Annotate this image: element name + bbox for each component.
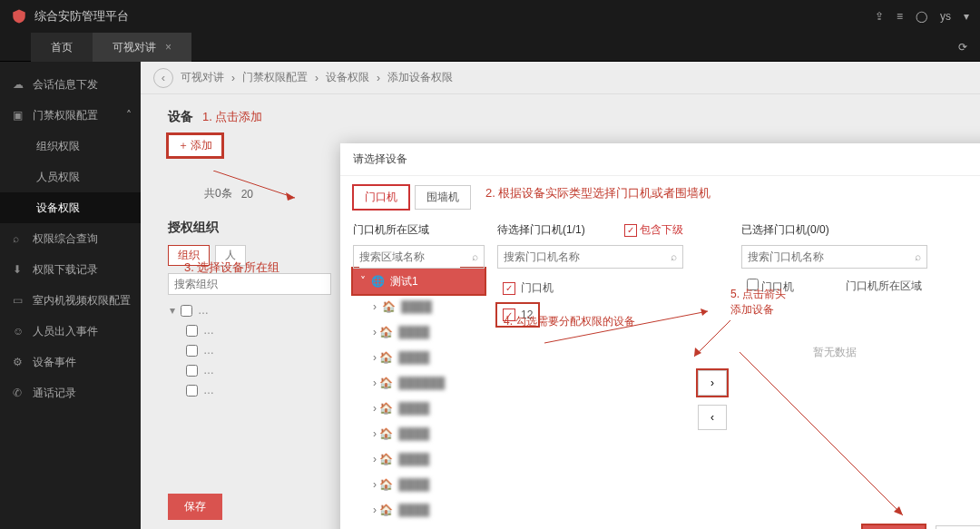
pending-item-checkbox[interactable]: ✓	[503, 309, 515, 321]
tab-visual-intercom[interactable]: 可视对讲 ×	[93, 33, 191, 62]
search-icon[interactable]: ⌕	[671, 250, 677, 263]
annotation-2: 2. 根据设备实际类型选择门口机或者围墙机	[485, 185, 710, 210]
region-child[interactable]: › 🏠 ████	[353, 345, 485, 370]
user-name[interactable]: ys	[940, 10, 951, 23]
region-child[interactable]: › 🏠 ████	[353, 446, 485, 472]
sidebar-item-perm-query[interactable]: ⌕权限综合查询	[0, 223, 141, 254]
chevron-up-icon: ˄	[126, 109, 132, 122]
sidebar-item-person-perm[interactable]: 人员权限	[0, 162, 141, 192]
region-panel-title: 门口机所在区域	[353, 222, 485, 238]
pending-panel: 待选择门口机(1/1) ✓ 包含下级 ⌕ ✓门口机 ✓ 12	[497, 222, 683, 523]
dialog-title: 请选择设备	[353, 152, 407, 167]
export-icon[interactable]: ⇪	[875, 10, 884, 23]
dialog-save-button[interactable]: 保存	[863, 525, 925, 529]
pending-title: 待选择门口机(1/1)	[497, 222, 585, 238]
selected-all-checkbox[interactable]	[747, 279, 759, 290]
device-tab-wall[interactable]: 围墙机	[415, 185, 471, 210]
selected-col2: 门口机所在区域	[846, 279, 922, 295]
sidebar-item-person-event[interactable]: ☺人员出入事件	[0, 316, 141, 347]
video-icon: ▭	[13, 294, 25, 307]
sidebar-item-access-config[interactable]: ▣门禁权限配置˄	[0, 100, 141, 131]
config-icon: ▣	[13, 109, 25, 122]
user-icon[interactable]: ◯	[916, 10, 927, 23]
dialog-cancel-button[interactable]: 取消	[936, 525, 980, 529]
tab-close-icon[interactable]: ×	[165, 33, 172, 62]
menu-icon[interactable]: ≡	[897, 10, 903, 23]
top-right: ⇪ ≡ ◯ ys ▾	[875, 10, 969, 23]
sidebar-item-session[interactable]: ☁会话信息下发	[0, 69, 141, 100]
refresh-icon[interactable]: ⟳	[958, 41, 967, 54]
transfer-remove-button[interactable]: ‹	[698, 405, 727, 430]
region-child[interactable]: › 🏠 ████	[353, 396, 485, 421]
pending-all-checkbox[interactable]: ✓	[503, 282, 515, 295]
phone-icon: ✆	[13, 387, 25, 399]
sidebar-item-device-event[interactable]: ⚙设备事件	[0, 347, 141, 377]
sidebar-item-indoor-video[interactable]: ▭室内机视频权限配置	[0, 285, 141, 316]
empty-state: 暂无数据	[741, 345, 927, 360]
sidebar-item-download-log[interactable]: ⬇权限下载记录	[0, 254, 141, 285]
globe-icon: 🌐	[371, 275, 385, 288]
doc-icon: ☁	[13, 78, 25, 91]
region-child[interactable]: › 🏠 ████	[353, 319, 485, 345]
device-tab-door[interactable]: 门口机	[353, 185, 409, 210]
search-icon[interactable]: ⌕	[915, 250, 921, 263]
selected-search-input[interactable]	[748, 246, 895, 268]
gear-icon: ⚙	[13, 356, 25, 368]
tab-home[interactable]: 首页	[31, 33, 93, 62]
selected-title: 已选择门口机(0/0)	[741, 222, 927, 238]
region-child[interactable]: › 🏠 ████	[353, 472, 485, 497]
region-child[interactable]: › 🏠 ████	[353, 421, 485, 446]
building-icon: 🏠	[382, 300, 396, 313]
app-logo-icon	[11, 8, 27, 24]
search-icon[interactable]: ⌕	[472, 250, 478, 263]
search-icon: ⌕	[13, 232, 25, 245]
include-sub-checkbox[interactable]: ✓	[624, 224, 637, 237]
sidebar-item-call-log[interactable]: ✆通话记录	[0, 377, 141, 408]
sidebar-item-org-perm[interactable]: 组织权限	[0, 131, 141, 162]
transfer-add-button[interactable]: ›	[698, 370, 727, 396]
region-search-input[interactable]	[359, 246, 460, 268]
download-icon: ⬇	[13, 263, 25, 276]
region-panel: 门口机所在区域 ⌕ ˅🌐测试1 › 🏠 ████ › 🏠 ████ › 🏠 ██…	[353, 222, 485, 523]
region-child[interactable]: › 🏠 ████	[353, 294, 485, 319]
pending-item-label: 12	[521, 309, 533, 321]
select-device-dialog: 请选择设备 × 门口机 围墙机 2. 根据设备实际类型选择门口机或者围墙机 门口…	[340, 143, 980, 529]
sidebar-item-device-perm[interactable]: 设备权限	[0, 192, 141, 223]
region-child[interactable]: › 🏠 ██████	[353, 370, 485, 396]
person-icon: ☺	[13, 325, 25, 338]
main-area: ‹ 可视对讲› 门禁权限配置› 设备权限› 添加设备权限 设备 1. 点击添加 …	[141, 62, 980, 529]
sidebar: ☁会话信息下发 ▣门禁权限配置˄ 组织权限 人员权限 设备权限 ⌕权限综合查询 …	[0, 62, 141, 529]
pending-col-header: 门口机	[521, 280, 554, 296]
region-child[interactable]: › 🏠 ████	[353, 497, 485, 523]
tabbar: 首页 可视对讲 × ⟳	[0, 33, 980, 62]
topbar: 综合安防管理平台 ⇪ ≡ ◯ ys ▾	[0, 0, 980, 33]
pending-search-input[interactable]	[504, 246, 651, 268]
region-root-node[interactable]: ˅🌐测试1	[353, 269, 485, 294]
app-title: 综合安防管理平台	[34, 8, 129, 24]
chevron-down-icon: ˅	[360, 275, 366, 288]
user-chevron-icon[interactable]: ▾	[964, 10, 969, 23]
selected-panel: 已选择门口机(0/0) ⌕ 门口机 门口机所在区域 暂无数据	[741, 222, 927, 523]
